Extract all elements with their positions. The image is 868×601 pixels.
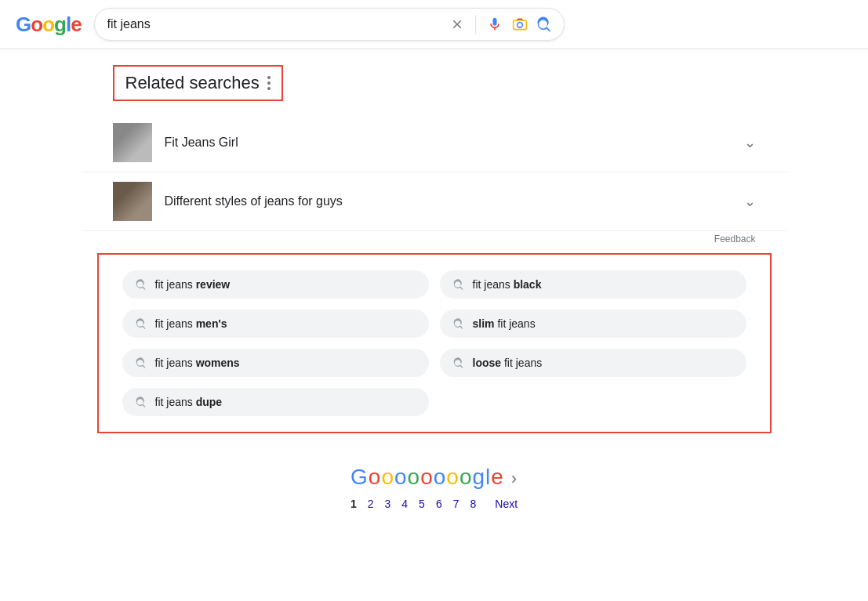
page-number-1[interactable]: 1 xyxy=(350,498,357,510)
related-searches-header: Related searches xyxy=(113,65,283,101)
related-searches-title: Related searches xyxy=(125,73,260,93)
more-options-button[interactable] xyxy=(267,76,271,90)
search-item-text-1: Fit Jeans Girl xyxy=(165,136,732,150)
google-logo[interactable]: Google xyxy=(16,13,82,37)
chip-fit-jeans-dupe[interactable]: fit jeans dupe xyxy=(122,388,429,416)
chip-label-4: slim fit jeans xyxy=(473,317,536,330)
chip-fit-jeans-mens[interactable]: fit jeans men's xyxy=(122,310,429,338)
page-number-2[interactable]: 2 xyxy=(368,498,374,510)
chip-label-2: fit jeans black xyxy=(473,278,542,291)
chip-label-1: fit jeans review xyxy=(155,278,231,291)
search-icon xyxy=(536,16,551,32)
page-number-5[interactable]: 5 xyxy=(419,498,425,510)
chip-fit-jeans-black[interactable]: fit jeans black xyxy=(440,270,746,299)
chip-fit-jeans-review[interactable]: fit jeans review xyxy=(122,270,429,299)
page-number-3[interactable]: 3 xyxy=(385,498,391,510)
next-chevron-icon: › xyxy=(511,469,518,488)
chevron-down-icon-2: ⌄ xyxy=(744,193,756,210)
chevron-down-icon-1: ⌄ xyxy=(744,134,756,151)
voice-search-button[interactable] xyxy=(485,15,504,34)
search-icon xyxy=(452,357,463,368)
search-icon xyxy=(452,318,463,329)
pagination-section: Goooooooogle › 1 2 3 4 5 6 7 8 Next xyxy=(82,433,787,526)
search-bar: fit jeans xyxy=(94,8,565,41)
chip-label-7: fit jeans dupe xyxy=(155,396,223,408)
search-icon xyxy=(135,396,146,407)
page-numbers: 1 2 3 4 5 6 7 8 Next xyxy=(82,498,787,510)
chips-grid: fit jeans review fit jeans black fit jea… xyxy=(122,270,746,416)
search-icon xyxy=(452,279,463,290)
next-link[interactable]: Next xyxy=(495,498,518,510)
chip-loose-fit-jeans[interactable]: loose fit jeans xyxy=(440,349,746,377)
related-search-chips-box: fit jeans review fit jeans black fit jea… xyxy=(97,253,772,433)
svg-point-1 xyxy=(517,23,522,28)
chip-label-3: fit jeans men's xyxy=(155,317,227,330)
divider xyxy=(475,15,476,34)
chip-label-5: fit jeans womens xyxy=(155,357,240,369)
page-number-4[interactable]: 4 xyxy=(401,498,408,510)
image-search-button[interactable] xyxy=(510,15,529,34)
search-icon xyxy=(135,318,146,329)
search-icon xyxy=(135,279,146,290)
chip-label-6: loose fit jeans xyxy=(473,357,543,369)
thumbnail-different-styles xyxy=(113,182,152,221)
related-search-item-1[interactable]: Fit Jeans Girl ⌄ xyxy=(82,114,787,172)
camera-icon xyxy=(512,16,528,32)
feedback-row: Feedback xyxy=(82,231,787,245)
clear-button[interactable] xyxy=(449,16,466,33)
page-number-6[interactable]: 6 xyxy=(436,498,442,510)
search-item-text-2: Different styles of jeans for guys xyxy=(165,194,732,208)
search-icon xyxy=(135,357,146,368)
pagination-logo: Goooooooogle › xyxy=(82,465,787,490)
search-input[interactable]: fit jeans xyxy=(107,17,442,31)
chip-fit-jeans-womens[interactable]: fit jeans womens xyxy=(122,349,429,377)
close-icon xyxy=(450,17,464,31)
microphone-icon xyxy=(487,16,503,32)
header: Google fit jeans xyxy=(0,0,868,49)
thumbnail-fit-jeans-girl xyxy=(113,123,152,162)
main-content: Related searches Fit Jeans Girl ⌄ Differ… xyxy=(82,49,787,541)
chip-slim-fit-jeans[interactable]: slim fit jeans xyxy=(440,310,746,338)
page-number-8[interactable]: 8 xyxy=(470,498,476,510)
feedback-link[interactable]: Feedback xyxy=(714,234,756,244)
page-number-7[interactable]: 7 xyxy=(453,498,459,510)
search-button[interactable] xyxy=(536,16,551,32)
related-search-item-2[interactable]: Different styles of jeans for guys ⌄ xyxy=(82,172,787,231)
